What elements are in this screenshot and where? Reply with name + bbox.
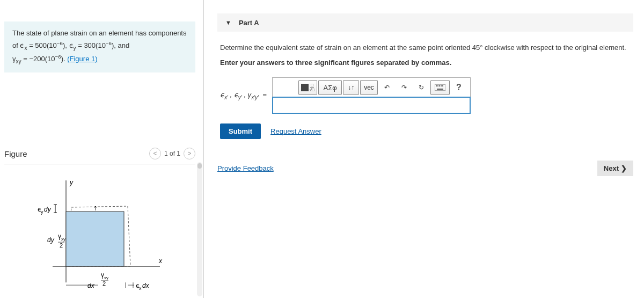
- svg-rect-29: [435, 84, 445, 91]
- svg-text:x: x: [158, 257, 163, 265]
- svg-rect-30: [436, 85, 437, 86]
- figure-next-button[interactable]: >: [184, 148, 195, 159]
- answer-input[interactable]: [273, 97, 470, 113]
- svg-rect-34: [442, 85, 443, 86]
- answer-variable-label: ϵx′ , ϵy′ , γx′y′ =: [220, 91, 267, 100]
- figure-title: Figure: [4, 149, 27, 158]
- figure-scrollbar[interactable]: [197, 162, 202, 298]
- svg-text:2: 2: [60, 242, 63, 249]
- reset-button[interactable]: ↻: [413, 80, 429, 95]
- answer-instructions: Enter your answers to three significant …: [217, 59, 633, 67]
- figure-diagram: x y ϵ y dy dy γ xy 2 γ: [4, 164, 195, 295]
- svg-text:dy: dy: [44, 206, 52, 213]
- keyboard-button[interactable]: [430, 80, 450, 95]
- collapse-icon: ▼: [225, 19, 231, 26]
- figure-link[interactable]: (Figure 1): [67, 55, 97, 63]
- svg-rect-35: [437, 89, 443, 90]
- svg-text:xy: xy: [104, 275, 108, 280]
- request-answer-link[interactable]: Request Answer: [270, 127, 321, 135]
- problem-statement: The state of plane strain on an element …: [4, 21, 195, 72]
- svg-rect-33: [441, 85, 442, 86]
- svg-text:dy: dy: [47, 236, 55, 244]
- svg-text:2: 2: [103, 280, 106, 287]
- equation-toolbar: □√□ ΑΣφ ↓↑ vec ↶ ↷ ↻ ?: [273, 78, 470, 97]
- next-button[interactable]: Next ❯: [597, 161, 633, 176]
- provide-feedback-link[interactable]: Provide Feedback: [217, 164, 274, 172]
- svg-text:xy: xy: [61, 237, 65, 242]
- next-label: Next: [604, 164, 619, 172]
- svg-text:x: x: [139, 286, 142, 291]
- help-button[interactable]: ?: [451, 80, 467, 95]
- symbols-tool[interactable]: ΑΣφ: [318, 80, 342, 95]
- template-tool[interactable]: □√□: [298, 80, 317, 95]
- redo-button[interactable]: ↷: [396, 80, 412, 95]
- undo-button[interactable]: ↶: [379, 80, 395, 95]
- part-header[interactable]: ▼ Part A: [217, 13, 633, 32]
- svg-text:y: y: [69, 179, 74, 186]
- submit-button[interactable]: Submit: [220, 123, 261, 139]
- svg-rect-5: [66, 212, 124, 266]
- svg-text:y: y: [41, 209, 43, 215]
- part-title: Part A: [239, 19, 259, 27]
- question-text: Determine the equivalent state of strain…: [217, 42, 633, 53]
- vector-tool[interactable]: vec: [360, 80, 378, 95]
- svg-text:dx: dx: [87, 282, 95, 289]
- figure-prev-button[interactable]: <: [149, 148, 161, 159]
- svg-text:dx: dx: [142, 282, 150, 289]
- chevron-right-icon: ❯: [621, 164, 627, 172]
- figure-counter: 1 of 1: [164, 150, 180, 157]
- svg-rect-32: [439, 85, 440, 86]
- subscript-tool[interactable]: ↓↑: [343, 80, 359, 95]
- answer-box: □√□ ΑΣφ ↓↑ vec ↶ ↷ ↻ ?: [272, 77, 471, 114]
- svg-rect-31: [437, 85, 438, 86]
